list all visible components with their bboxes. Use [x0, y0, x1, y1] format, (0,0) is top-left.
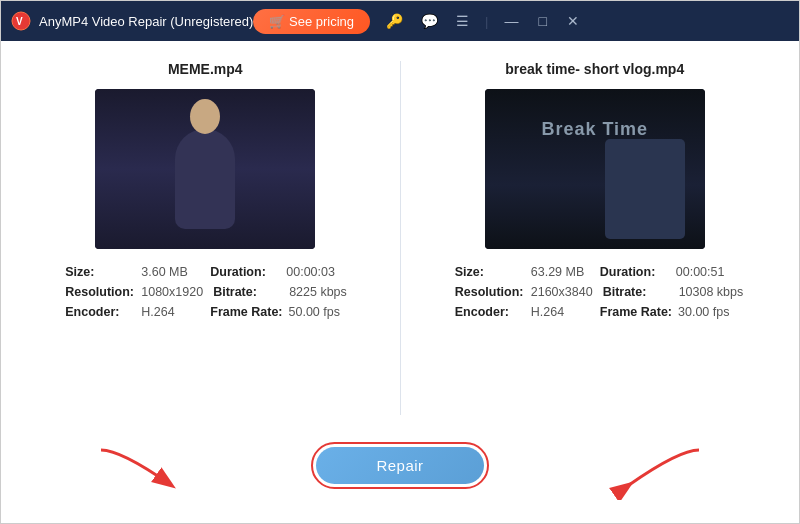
right-arrow-icon	[589, 440, 709, 500]
right-info-row-resolution: Resolution: 2160x3840 Bitrate: 10308 kbp…	[455, 285, 735, 299]
right-framerate-label: Frame Rate:	[600, 305, 672, 319]
left-duration-value: 00:00:03	[286, 265, 335, 279]
left-info-row-size: Size: 3.60 MB Duration: 00:00:03	[65, 265, 345, 279]
right-encoder-value: H.264	[531, 305, 564, 319]
app-logo-icon: V	[11, 11, 31, 31]
left-arrow-icon	[91, 440, 211, 500]
left-size-label: Size:	[65, 265, 135, 279]
right-info-row-encoder: Encoder: H.264 Frame Rate: 30.00 fps	[455, 305, 735, 319]
title-bar: V AnyMP4 Video Repair (Unregistered) 🛒 S…	[1, 1, 799, 41]
videos-row: MEME.mp4 Size: 3.60 MB Duration: 00:00:0…	[31, 61, 769, 415]
left-framerate-label: Frame Rate:	[210, 305, 282, 319]
main-content: MEME.mp4 Size: 3.60 MB Duration: 00:00:0…	[1, 41, 799, 524]
left-encoder-label: Encoder:	[65, 305, 135, 319]
left-duration-label: Duration:	[210, 265, 280, 279]
repair-button[interactable]: Repair	[316, 447, 483, 484]
left-resolution-label: Resolution:	[65, 285, 135, 299]
left-encoder-value: H.264	[141, 305, 174, 319]
right-filename: break time- short vlog.mp4	[505, 61, 684, 77]
right-bitrate-label: Bitrate:	[603, 285, 673, 299]
title-bar-icons: 🔑 💬 ☰ |	[382, 11, 490, 31]
bottom-area: Repair	[31, 425, 769, 505]
left-bitrate-value: 8225 kbps	[289, 285, 347, 299]
maximize-button[interactable]: □	[532, 11, 552, 31]
see-pricing-button[interactable]: 🛒 See pricing	[253, 9, 370, 34]
left-info-row-encoder: Encoder: H.264 Frame Rate: 50.00 fps	[65, 305, 345, 319]
left-video-panel: MEME.mp4 Size: 3.60 MB Duration: 00:00:0…	[31, 61, 401, 415]
right-thumb-person	[605, 139, 685, 239]
right-duration-label: Duration:	[600, 265, 670, 279]
app-title: AnyMP4 Video Repair (Unregistered)	[39, 14, 253, 29]
right-bitrate-value: 10308 kbps	[679, 285, 744, 299]
right-thumb-visual: Break Time	[485, 89, 705, 249]
right-resolution-label: Resolution:	[455, 285, 525, 299]
left-filename: MEME.mp4	[168, 61, 243, 77]
left-framerate-value: 50.00 fps	[289, 305, 340, 319]
right-thumbnail: Break Time	[485, 89, 705, 249]
right-video-panel: break time- short vlog.mp4 Break Time Si…	[401, 61, 770, 415]
right-resolution-value: 2160x3840	[531, 285, 593, 299]
left-resolution-value: 1080x1920	[141, 285, 203, 299]
right-size-label: Size:	[455, 265, 525, 279]
window-controls: — □ ✕	[498, 11, 584, 31]
chat-icon[interactable]: 💬	[417, 11, 442, 31]
right-thumb-label: Break Time	[541, 119, 648, 140]
right-framerate-value: 30.00 fps	[678, 305, 729, 319]
close-button[interactable]: ✕	[561, 11, 585, 31]
left-thumb-visual	[95, 89, 315, 249]
left-info-row-resolution: Resolution: 1080x1920 Bitrate: 8225 kbps	[65, 285, 345, 299]
repair-button-wrap: Repair	[311, 442, 488, 489]
menu-icon[interactable]: ☰	[452, 11, 473, 31]
left-info-table: Size: 3.60 MB Duration: 00:00:03 Resolut…	[65, 265, 345, 325]
key-icon[interactable]: 🔑	[382, 11, 407, 31]
svg-text:V: V	[16, 16, 23, 27]
left-thumbnail	[95, 89, 315, 249]
right-duration-value: 00:00:51	[676, 265, 725, 279]
left-size-value: 3.60 MB	[141, 265, 188, 279]
right-size-value: 63.29 MB	[531, 265, 585, 279]
right-info-table: Size: 63.29 MB Duration: 00:00:51 Resolu…	[455, 265, 735, 325]
right-info-row-size: Size: 63.29 MB Duration: 00:00:51	[455, 265, 735, 279]
minimize-button[interactable]: —	[498, 11, 524, 31]
left-bitrate-label: Bitrate:	[213, 285, 283, 299]
right-encoder-label: Encoder:	[455, 305, 525, 319]
separator: |	[485, 14, 488, 29]
